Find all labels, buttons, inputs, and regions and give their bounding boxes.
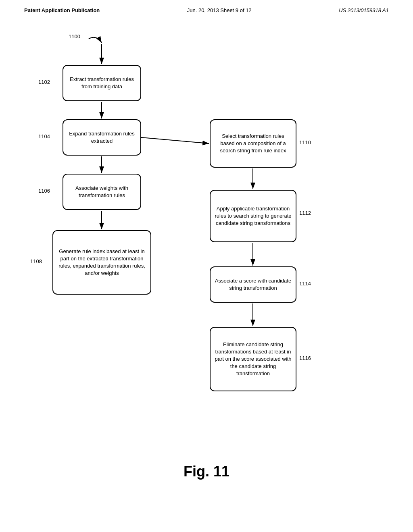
node-label-1110: 1110	[299, 139, 311, 145]
header-center: Jun. 20, 2013 Sheet 9 of 12	[187, 7, 252, 13]
figure-label: Fig. 11	[184, 463, 229, 480]
node-label-1116: 1116	[299, 355, 311, 361]
page-header: Patent Application Publication Jun. 20, …	[0, 0, 413, 17]
header-left: Patent Application Publication	[24, 7, 100, 13]
node-1108: Generate rule index based at least in pa…	[52, 230, 151, 295]
node-label-1114: 1114	[299, 281, 311, 287]
node-label-1106: 1106	[38, 188, 50, 194]
node-label-1108: 1108	[30, 258, 42, 264]
node-1106: Associate weights with transformation ru…	[63, 174, 141, 210]
header-right: US 2013/0159318 A1	[339, 7, 389, 13]
node-1102: Extract transformation rules from traini…	[63, 65, 141, 101]
node-1116: Eliminate candidate string transformatio…	[210, 327, 296, 391]
node-1112: Apply applicable transformation rules to…	[210, 190, 296, 242]
node-label-1112: 1112	[299, 210, 311, 216]
svg-line-5	[141, 137, 209, 143]
node-label-1100: 1100	[69, 33, 80, 39]
node-1104: Expand transformation rules extracted	[63, 119, 141, 156]
node-label-1102: 1102	[38, 79, 50, 85]
diagram-area: 1100 1102 Extract transformation rules f…	[0, 17, 413, 492]
node-1110: Select transformation rules based on a c…	[210, 119, 296, 168]
node-1114: Associate a score with candidate string …	[210, 266, 296, 303]
node-label-1104: 1104	[38, 133, 50, 139]
